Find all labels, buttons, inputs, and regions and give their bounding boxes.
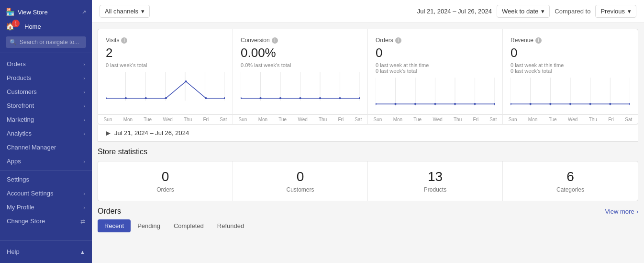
day-label: Sat — [489, 117, 497, 122]
top-bar-right: Jul 21, 2024 – Jul 26, 2024 Week to date… — [417, 5, 636, 18]
view-store-label: View Store — [18, 9, 48, 16]
stat-chart — [241, 72, 360, 101]
sidebar-item-apps[interactable]: Apps› — [0, 154, 92, 168]
compared-select[interactable]: Previous ▾ — [595, 5, 636, 18]
store-stat-card-products: 13 Products — [368, 161, 503, 201]
sidebar-item-orders[interactable]: Orders› — [0, 57, 92, 71]
sidebar-item-my-profile[interactable]: My Profile› — [0, 200, 92, 214]
home-label: Home — [24, 23, 41, 30]
stat-chart — [376, 78, 495, 106]
chevron-right-icon: › — [83, 159, 85, 164]
nav-label: Orders — [7, 60, 26, 68]
search-box[interactable]: 🔍 Search or navigate to... — [6, 36, 86, 48]
day-label: Wed — [298, 117, 307, 122]
svg-point-53 — [589, 103, 591, 105]
view-store-row[interactable]: 🏪 View Store ↗ — [6, 5, 86, 19]
orders-tabs: RecentPendingCompletedRefunded — [98, 219, 638, 232]
day-label: Sat — [355, 117, 362, 122]
store-stat-card-orders: 0 Orders — [98, 161, 233, 201]
change-store-icon: ⇄ — [80, 218, 85, 225]
day-label: Tue — [413, 117, 422, 122]
chevron-right-icon: › — [83, 75, 85, 81]
chart-labels-row: SunMonTueWedThuFriSatSunMonTueWedThuFriS… — [98, 114, 638, 124]
nav-label: Account Settings — [7, 190, 54, 197]
view-more-button[interactable]: View more › — [605, 208, 638, 215]
stat-label: Orders i — [376, 37, 495, 44]
home-badge: 1 — [12, 20, 20, 27]
store-statistics-section: Store statistics 0 Orders 0 Customers 13… — [98, 148, 638, 201]
stat-label-text: Revenue — [511, 37, 533, 44]
store-stat-label: Categories — [511, 186, 630, 193]
channel-select[interactable]: All channels ▾ — [100, 5, 150, 18]
date-expand-row[interactable]: ▶ Jul 21, 2024 – Jul 26, 2024 — [98, 125, 638, 142]
help-row[interactable]: Help ▲ — [0, 244, 92, 259]
svg-point-26 — [339, 97, 341, 99]
svg-point-13 — [224, 97, 225, 99]
info-icon[interactable]: i — [395, 37, 401, 44]
chevron-down-icon-period: ▾ — [541, 8, 544, 15]
sidebar-item-channel-manager[interactable]: Channel Manager — [0, 140, 92, 154]
date-expand-label: Jul 21, 2024 – Jul 26, 2024 — [114, 129, 189, 137]
sidebar-item-marketing[interactable]: Marketing› — [0, 113, 92, 126]
sidebar-item-settings[interactable]: Settings — [0, 172, 92, 186]
compared-label: Compared to — [555, 8, 590, 15]
chart-label-cell-0: SunMonTueWedThuFriSat — [98, 115, 233, 124]
store-stat-value: 6 — [511, 169, 630, 184]
chevron-right-icon: › — [83, 103, 85, 109]
sidebar-item-analytics[interactable]: Analytics› — [0, 126, 92, 140]
info-icon[interactable]: i — [272, 37, 278, 44]
stat-sub2: 0 last week's total — [511, 68, 630, 74]
view-more-label: View more — [605, 208, 634, 215]
stat-label: Revenue i — [511, 37, 630, 44]
day-label: Sun — [374, 117, 382, 122]
svg-point-41 — [494, 103, 495, 105]
sidebar-item-customers[interactable]: Customers› — [0, 85, 92, 99]
chevron-up-icon: ▲ — [80, 249, 85, 255]
orders-title: Orders — [98, 207, 121, 216]
compared-value: Previous — [600, 8, 625, 15]
tab-recent[interactable]: Recent — [98, 219, 131, 232]
svg-point-51 — [549, 103, 552, 105]
main-content: All channels ▾ Jul 21, 2024 – Jul 26, 20… — [92, 0, 644, 263]
sidebar-item-change-store[interactable]: Change Store⇄ — [0, 214, 92, 228]
stat-value: 0 — [511, 46, 630, 60]
tab-refunded[interactable]: Refunded — [211, 219, 251, 232]
chevron-down-icon-compared: ▾ — [628, 8, 631, 15]
day-label: Mon — [528, 117, 537, 122]
day-label: Thu — [184, 117, 192, 122]
home-row[interactable]: 🏠 1 Home — [6, 19, 86, 34]
day-label: Fri — [338, 117, 344, 122]
external-link-icon: ↗ — [82, 9, 86, 15]
day-label: Sat — [625, 117, 632, 122]
svg-point-24 — [299, 97, 301, 99]
stat-chart — [106, 72, 225, 101]
tab-completed[interactable]: Completed — [167, 219, 211, 232]
nav-label: Change Store — [7, 217, 45, 225]
store-stat-value: 13 — [376, 169, 495, 184]
day-label: Tue — [549, 117, 557, 122]
info-icon[interactable]: i — [121, 37, 127, 44]
svg-point-8 — [125, 97, 127, 99]
mini-chart — [511, 78, 630, 106]
svg-point-10 — [165, 97, 167, 99]
chevron-right-icon: › — [83, 191, 85, 196]
day-label: Wed — [568, 117, 577, 122]
day-label: Mon — [123, 117, 133, 122]
stat-sub1: 0 last week at this time — [376, 62, 495, 68]
info-icon[interactable]: i — [535, 37, 542, 44]
stat-chart — [511, 78, 630, 106]
sidebar-item-products[interactable]: Products› — [0, 71, 92, 85]
stat-card-visits: Visits i 2 0 last week's total — [98, 29, 233, 114]
stat-card-conversion: Conversion i 0.00% 0.0% last week's tota… — [233, 29, 368, 114]
chevron-right-icon: › — [636, 208, 638, 215]
chart-label-cell-3: SunMonTueWedThuFriSat — [503, 115, 638, 124]
tab-pending[interactable]: Pending — [131, 219, 167, 232]
sidebar-item-account-settings[interactable]: Account Settings› — [0, 186, 92, 200]
svg-point-40 — [474, 103, 476, 105]
period-select[interactable]: Week to date ▾ — [497, 5, 550, 18]
day-label: Mon — [258, 117, 267, 122]
nav-label: Settings — [7, 176, 29, 183]
sidebar-item-storefront[interactable]: Storefront› — [0, 99, 92, 113]
day-label: Sun — [104, 117, 112, 122]
nav-label: Storefront — [7, 102, 34, 109]
